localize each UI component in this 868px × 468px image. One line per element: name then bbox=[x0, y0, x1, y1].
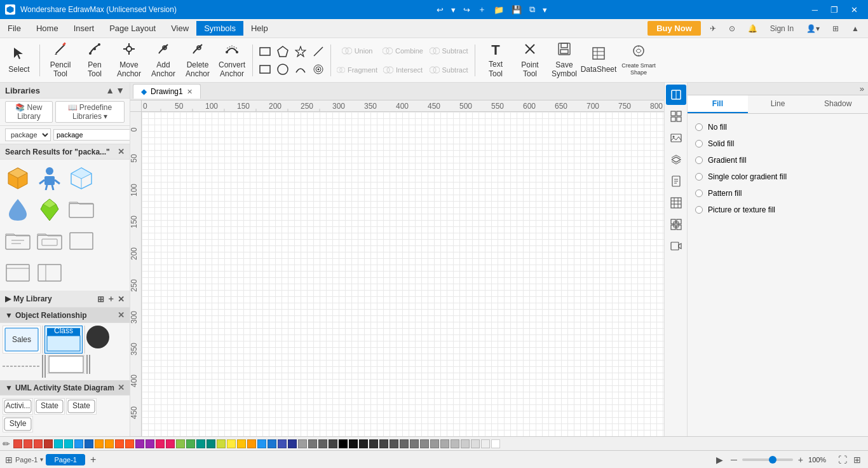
save-btn[interactable]: 💾 bbox=[509, 4, 524, 16]
obj-item-1[interactable]: Sales bbox=[3, 326, 41, 354]
color-swatch[interactable] bbox=[410, 439, 419, 448]
convert-anchor-btn[interactable]: Convert Anchor bbox=[215, 41, 248, 80]
obj-item-line3[interactable] bbox=[89, 355, 90, 374]
shape-item-box1[interactable] bbox=[66, 226, 97, 256]
line-tab[interactable]: Line bbox=[748, 95, 808, 113]
new-btn[interactable]: ＋ bbox=[475, 3, 489, 17]
select-tool-btn[interactable]: Select bbox=[3, 41, 36, 80]
page-1-tab[interactable]: Page-1 bbox=[46, 454, 85, 465]
smart-shape-btn[interactable]: Create Smart Shape bbox=[616, 41, 661, 80]
color-swatch[interactable] bbox=[237, 439, 246, 448]
color-swatch[interactable] bbox=[135, 439, 144, 448]
intersect-btn[interactable]: Intersect bbox=[381, 61, 425, 79]
no-fill-option[interactable]: No fill bbox=[693, 119, 863, 135]
obj-item-2[interactable] bbox=[42, 326, 43, 354]
lib-up-arrow[interactable]: ▲ bbox=[105, 85, 114, 95]
image-panel-icon[interactable] bbox=[666, 128, 686, 148]
color-swatch[interactable] bbox=[257, 439, 266, 448]
star-shape-btn[interactable] bbox=[292, 43, 309, 60]
layers-panel-icon[interactable] bbox=[666, 149, 686, 170]
page-dropdown-arrow[interactable]: ▾ bbox=[40, 456, 43, 463]
uml-item-1[interactable]: Activi... bbox=[3, 398, 33, 415]
color-swatch[interactable] bbox=[85, 439, 93, 448]
more-btn[interactable]: ▾ bbox=[540, 4, 550, 16]
shape-item-folder3[interactable] bbox=[34, 226, 65, 256]
save-symbol-btn[interactable]: Save Symbol bbox=[548, 41, 581, 80]
color-swatch[interactable] bbox=[176, 439, 185, 448]
grid-view-btn[interactable]: ⊞ bbox=[851, 455, 863, 465]
line-shape-btn[interactable] bbox=[310, 43, 327, 60]
doc-panel-icon[interactable] bbox=[666, 171, 686, 191]
color-swatch[interactable] bbox=[390, 439, 398, 448]
zoom-slider[interactable] bbox=[742, 458, 793, 461]
delete-anchor-btn[interactable]: Delete Anchor bbox=[181, 41, 214, 80]
color-swatch[interactable] bbox=[278, 439, 287, 448]
obj-item-line1[interactable] bbox=[3, 355, 41, 378]
color-swatch[interactable] bbox=[461, 439, 470, 448]
color-swatch[interactable] bbox=[288, 439, 297, 448]
color-swatch[interactable] bbox=[471, 439, 480, 448]
color-swatch[interactable] bbox=[451, 439, 459, 448]
pen-tool-btn[interactable]: Pen Tool bbox=[78, 41, 111, 80]
color-swatch[interactable] bbox=[339, 439, 348, 448]
pentagon-shape-btn[interactable] bbox=[275, 43, 291, 60]
color-swatch[interactable] bbox=[481, 439, 490, 448]
menu-insert[interactable]: Insert bbox=[66, 21, 102, 36]
table-panel-icon[interactable] bbox=[666, 193, 686, 213]
undo-btn[interactable]: ↩ bbox=[434, 4, 446, 16]
page-dropdown[interactable]: Page-1 bbox=[15, 456, 37, 464]
shape-item-folder2[interactable] bbox=[3, 226, 33, 256]
subtract2-btn[interactable]: Subtract bbox=[426, 61, 471, 79]
shadow-tab[interactable]: Shadow bbox=[808, 95, 868, 113]
color-swatch[interactable] bbox=[64, 439, 73, 448]
move-anchor-btn[interactable]: Move Anchor bbox=[112, 41, 146, 80]
color-swatch[interactable] bbox=[196, 439, 205, 448]
color-swatch[interactable] bbox=[359, 439, 368, 448]
obj-item-rect1[interactable] bbox=[47, 355, 85, 374]
menu-file[interactable]: File bbox=[0, 21, 29, 36]
color-swatch[interactable] bbox=[115, 439, 124, 448]
predefine-libraries-btn[interactable]: 📖 Predefine Libraries ▾ bbox=[55, 101, 125, 123]
rect2-shape-btn[interactable] bbox=[257, 61, 273, 78]
uml-item-2[interactable]: State bbox=[34, 398, 65, 415]
menu-home[interactable]: Home bbox=[29, 21, 66, 36]
color-swatch[interactable] bbox=[400, 439, 409, 448]
datasheet-btn[interactable]: DataSheet bbox=[582, 41, 615, 80]
fit-page-btn[interactable]: ⛶ bbox=[836, 455, 849, 465]
user-btn[interactable]: 👤▾ bbox=[803, 23, 824, 34]
arc-shape-btn[interactable] bbox=[292, 61, 309, 78]
point-tool-btn[interactable]: Point Tool bbox=[513, 41, 546, 80]
puzzle-panel-icon[interactable] bbox=[666, 214, 686, 235]
menu-symbols[interactable]: Symbols bbox=[196, 21, 243, 36]
palette-edit-icon[interactable]: ✏ bbox=[3, 439, 10, 449]
apps-btn[interactable]: ⊞ bbox=[829, 23, 843, 34]
drawing1-tab[interactable]: ◆ Drawing1 ✕ bbox=[133, 84, 201, 99]
add-anchor-btn[interactable]: Add Anchor bbox=[147, 41, 180, 80]
share-icon[interactable]: ⊙ bbox=[725, 23, 739, 34]
page-view-icon[interactable]: ⊞ bbox=[5, 455, 13, 465]
color-swatch[interactable] bbox=[430, 439, 439, 448]
union-btn[interactable]: Union bbox=[335, 42, 379, 60]
color-swatch[interactable] bbox=[379, 439, 388, 448]
circle-shape-btn[interactable] bbox=[275, 61, 291, 78]
shape-item-box2[interactable] bbox=[3, 258, 33, 288]
obj-item-arrow1[interactable] bbox=[42, 355, 43, 378]
menu-view[interactable]: View bbox=[163, 21, 196, 36]
color-swatch[interactable] bbox=[105, 439, 114, 448]
solid-fill-option[interactable]: Solid fill bbox=[693, 135, 863, 152]
notification-icon[interactable]: 🔔 bbox=[744, 23, 761, 34]
search-type-select[interactable]: package bbox=[5, 128, 51, 141]
color-swatch[interactable] bbox=[156, 439, 165, 448]
color-swatch[interactable] bbox=[329, 439, 337, 448]
shape-item-folder1[interactable] bbox=[66, 194, 97, 224]
text-tool-btn[interactable]: T Text Tool bbox=[479, 41, 512, 80]
color-swatch[interactable] bbox=[318, 439, 327, 448]
maximize-btn[interactable]: ❐ bbox=[825, 4, 843, 16]
fill-panel-icon[interactable] bbox=[666, 85, 686, 105]
obj-item-circle[interactable] bbox=[86, 326, 109, 348]
shape-item-box3[interactable] bbox=[34, 258, 65, 288]
my-lib-arrow[interactable]: ▶ bbox=[5, 294, 11, 303]
search-results-close[interactable]: ✕ bbox=[118, 147, 125, 156]
shape-item-gem[interactable] bbox=[34, 194, 65, 224]
menu-page-layout[interactable]: Page Layout bbox=[102, 21, 163, 36]
